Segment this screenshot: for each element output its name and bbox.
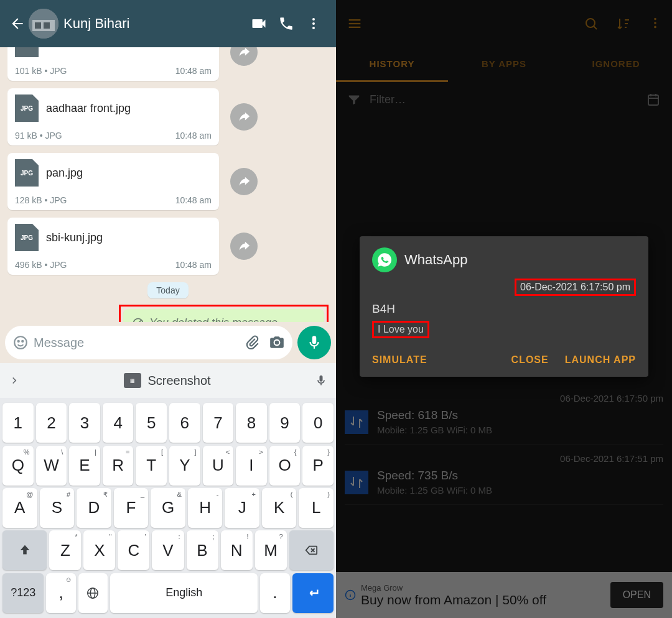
forward-icon[interactable] — [230, 168, 258, 195]
key-9[interactable]: 9 — [269, 403, 301, 443]
key-E[interactable]: E| — [69, 446, 100, 486]
contact-avatar[interactable] — [29, 9, 58, 39]
item-time: 06-Dec-2021 6:17:51 pm — [345, 453, 663, 464]
list-item[interactable]: 06-Dec-2021 6:17:51 pm Speed: 735 B/s Mo… — [345, 445, 663, 505]
key-B[interactable]: B; — [187, 530, 218, 570]
notification-detail-modal: WhatsApp 06-Dec-2021 6:17:50 pm B4H I Lo… — [360, 236, 648, 377]
chat-area[interactable]: JPG 101 kB • JPG 10:48 am JPG aadhaar fr… — [0, 47, 336, 322]
key-O[interactable]: O{ — [269, 446, 301, 486]
more-icon[interactable] — [648, 16, 662, 30]
mic-icon[interactable] — [315, 372, 327, 389]
key-Z[interactable]: Z* — [49, 530, 81, 570]
highlight-box: You deleted this message 6:17 pm — [119, 305, 329, 322]
key-0[interactable]: 0 — [302, 403, 334, 443]
tab-by-apps[interactable]: BY APPS — [448, 47, 560, 82]
back-icon[interactable] — [9, 15, 26, 32]
emoji-icon[interactable] — [12, 334, 29, 351]
contact-name[interactable]: Kunj Bihari — [63, 16, 245, 32]
key-X[interactable]: X" — [83, 530, 115, 570]
chevron-right-icon[interactable] — [9, 375, 20, 386]
file-bubble[interactable]: JPG pan.jpg 128 kB • JPG 10:48 am — [7, 153, 219, 210]
key-P[interactable]: P} — [302, 446, 334, 486]
key-J[interactable]: J+ — [225, 488, 259, 528]
item-title: Speed: 618 B/s — [377, 408, 492, 422]
key-R[interactable]: R= — [103, 446, 134, 486]
key-W[interactable]: W\ — [36, 446, 67, 486]
filter-input[interactable]: Filter… — [370, 93, 406, 106]
key-4[interactable]: 4 — [103, 403, 134, 443]
key-K[interactable]: K( — [262, 488, 297, 528]
key-U[interactable]: U< — [203, 446, 234, 486]
symbols-key[interactable]: ?123 — [2, 573, 44, 613]
input-placeholder: Message — [34, 336, 244, 350]
key-S[interactable]: S# — [40, 488, 75, 528]
key-T[interactable]: T[ — [136, 446, 167, 486]
key-M[interactable]: M? — [255, 530, 287, 570]
period-key[interactable]: . — [260, 573, 289, 613]
backspace-key[interactable] — [289, 530, 334, 570]
mic-button[interactable] — [297, 326, 331, 359]
close-button[interactable]: CLOSE — [511, 354, 549, 366]
key-5[interactable]: 5 — [136, 403, 167, 443]
ad-open-button[interactable]: OPEN — [610, 582, 663, 608]
key-I[interactable]: I> — [236, 446, 267, 486]
svg-rect-3 — [44, 22, 50, 29]
key-Q[interactable]: Q% — [2, 446, 34, 486]
suggestion-chip[interactable]: ▦ Screenshot — [124, 373, 210, 388]
date-chip: Today — [7, 282, 329, 298]
ad-banner[interactable]: Mega Grow Buy now from Amazon | 50% off … — [336, 572, 672, 618]
forward-icon[interactable] — [230, 233, 258, 260]
svg-point-23 — [654, 22, 656, 24]
enter-key[interactable] — [292, 573, 334, 613]
menu-icon[interactable] — [346, 15, 363, 32]
key-1[interactable]: 1 — [2, 403, 34, 443]
key-8[interactable]: 8 — [236, 403, 267, 443]
key-G[interactable]: G& — [151, 488, 185, 528]
comma-key[interactable]: ,☺ — [46, 573, 75, 613]
key-A[interactable]: A@ — [2, 488, 37, 528]
launch-app-button[interactable]: LAUNCH APP — [565, 354, 636, 366]
globe-key[interactable] — [78, 573, 108, 613]
space-key[interactable]: English — [110, 573, 258, 613]
sort-icon[interactable] — [616, 16, 631, 31]
file-bubble[interactable]: JPG sbi-kunj.jpg 496 kB • JPG 10:48 am — [7, 218, 219, 275]
tab-history[interactable]: HISTORY — [336, 47, 448, 82]
key-3[interactable]: 3 — [69, 403, 100, 443]
calendar-icon[interactable] — [646, 92, 661, 107]
file-meta: 101 kB • JPG — [15, 66, 67, 76]
more-icon[interactable] — [300, 16, 327, 31]
simulate-button[interactable]: SIMULATE — [372, 354, 427, 366]
key-V[interactable]: V: — [152, 530, 184, 570]
key-7[interactable]: 7 — [203, 403, 234, 443]
item-time: 06-Dec-2021 6:17:50 pm — [345, 393, 663, 404]
video-call-icon[interactable] — [245, 15, 273, 32]
key-6[interactable]: 6 — [169, 403, 200, 443]
item-subtitle: Mobile: 1.25 GB WiFi: 0 MB — [377, 425, 492, 435]
key-N[interactable]: N! — [221, 530, 253, 570]
key-2[interactable]: 2 — [36, 403, 67, 443]
whatsapp-icon — [372, 247, 397, 272]
tab-ignored[interactable]: IGNORED — [560, 47, 672, 82]
filter-icon[interactable] — [347, 93, 361, 106]
forward-icon[interactable] — [230, 47, 258, 66]
search-icon[interactable] — [584, 16, 599, 31]
list-item[interactable]: 06-Dec-2021 6:17:50 pm Speed: 618 B/s Mo… — [345, 384, 663, 445]
message-input[interactable]: Message — [5, 326, 292, 359]
shift-key[interactable] — [2, 530, 47, 570]
screenshot-thumb-icon: ▦ — [124, 373, 141, 388]
file-bubble[interactable]: JPG 101 kB • JPG 10:48 am — [7, 47, 219, 81]
deleted-bubble[interactable]: You deleted this message 6:17 pm — [123, 309, 324, 322]
attach-icon[interactable] — [244, 334, 260, 351]
key-F[interactable]: F_ — [114, 488, 149, 528]
file-bubble[interactable]: JPG aadhaar front.jpg 91 kB • JPG 10:48 … — [7, 88, 219, 145]
camera-icon[interactable] — [269, 334, 285, 351]
svg-line-21 — [594, 26, 597, 29]
key-D[interactable]: D₹ — [77, 488, 111, 528]
key-C[interactable]: C' — [118, 530, 149, 570]
file-name: aadhaar front.jpg — [46, 102, 131, 115]
voice-call-icon[interactable] — [273, 16, 300, 32]
key-L[interactable]: L) — [299, 488, 334, 528]
key-H[interactable]: H- — [188, 488, 223, 528]
key-Y[interactable]: Y] — [169, 446, 200, 486]
forward-icon[interactable] — [230, 103, 258, 131]
